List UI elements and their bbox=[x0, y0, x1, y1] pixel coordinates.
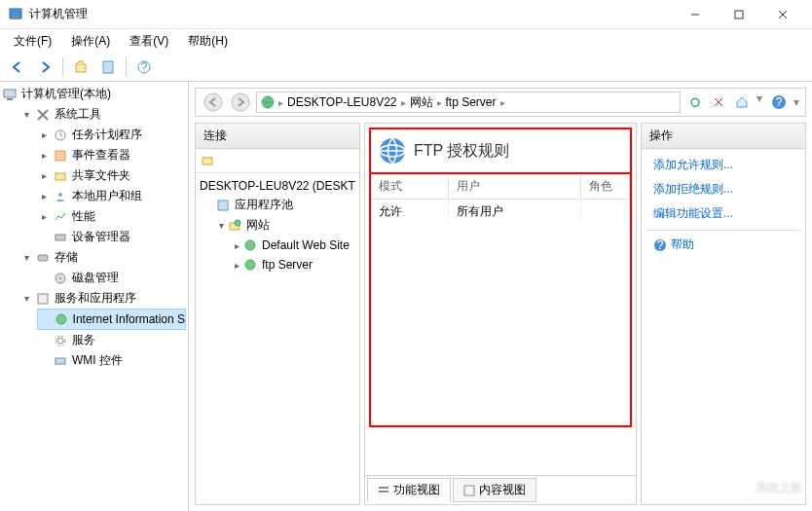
menu-help[interactable]: 帮助(H) bbox=[180, 31, 236, 52]
close-button[interactable] bbox=[760, 1, 804, 28]
dropdown-icon[interactable]: ▾ bbox=[794, 95, 799, 109]
tree-local-users[interactable]: ▸本地用户和组 bbox=[37, 186, 186, 206]
chevron-right-icon[interactable]: ▸ bbox=[37, 210, 51, 224]
menu-view[interactable]: 查看(V) bbox=[122, 31, 176, 52]
tree-performance[interactable]: ▸性能 bbox=[37, 206, 186, 227]
tools-icon bbox=[35, 107, 51, 123]
menu-file[interactable]: 文件(F) bbox=[6, 31, 59, 52]
tab-content-view[interactable]: 内容视图 bbox=[453, 478, 536, 502]
nav-forward-button[interactable] bbox=[229, 91, 252, 114]
toolbar-separator bbox=[62, 57, 63, 77]
properties-button[interactable] bbox=[96, 55, 120, 79]
maximize-button[interactable] bbox=[717, 1, 760, 28]
chevron-right-icon: ▸ bbox=[278, 97, 283, 108]
home-button[interactable] bbox=[731, 91, 753, 113]
svg-rect-10 bbox=[4, 90, 16, 97]
svg-rect-16 bbox=[55, 235, 65, 240]
refresh-button[interactable] bbox=[684, 91, 706, 113]
svg-rect-11 bbox=[7, 98, 13, 100]
blank bbox=[37, 231, 51, 244]
col-role[interactable]: 角色 bbox=[581, 174, 630, 199]
action-help[interactable]: ? 帮助 bbox=[646, 230, 801, 259]
svg-point-36 bbox=[245, 240, 255, 250]
svg-rect-40 bbox=[379, 487, 388, 489]
chevron-right-icon[interactable]: ▸ bbox=[37, 149, 51, 163]
iis-default-site[interactable]: ▸Default Web Site bbox=[231, 236, 355, 255]
col-mode[interactable]: 模式 bbox=[371, 174, 449, 199]
nav-back-button[interactable] bbox=[202, 91, 225, 114]
action-add-allow[interactable]: 添加允许规则... bbox=[646, 153, 801, 177]
forward-button[interactable] bbox=[33, 55, 56, 79]
tree-root[interactable]: 计算机管理(本地) bbox=[2, 84, 186, 104]
dropdown-icon[interactable]: ▾ bbox=[755, 91, 764, 113]
list-icon bbox=[378, 485, 389, 496]
blank bbox=[37, 354, 51, 368]
svg-rect-32 bbox=[203, 158, 212, 164]
svg-rect-7 bbox=[103, 61, 113, 73]
tree-system-tools[interactable]: ▾ 系统工具 bbox=[19, 104, 186, 125]
svg-point-37 bbox=[245, 260, 255, 270]
tree-shared-folders[interactable]: ▸共享文件夹 bbox=[37, 165, 186, 186]
iis-app-pools[interactable]: 应用程序池 bbox=[215, 195, 355, 215]
chevron-right-icon[interactable]: ▸ bbox=[231, 240, 242, 251]
connections-toolbar bbox=[196, 149, 359, 173]
tree-label: DESKTOP-LEU8V22 (DESKT bbox=[200, 179, 355, 193]
cell-role bbox=[581, 200, 630, 224]
tree-task-scheduler[interactable]: ▸任务计划程序 bbox=[37, 125, 186, 145]
col-user[interactable]: 用户 bbox=[449, 174, 581, 199]
action-add-deny[interactable]: 添加拒绝规则... bbox=[646, 177, 801, 201]
blank bbox=[37, 334, 51, 347]
svg-rect-20 bbox=[38, 294, 48, 304]
tree-label: Internet Information S bbox=[73, 312, 185, 326]
chevron-right-icon[interactable]: ▸ bbox=[37, 169, 51, 183]
breadcrumb-seg-3[interactable]: ftp Server bbox=[446, 95, 497, 109]
stop-button[interactable] bbox=[708, 91, 729, 113]
iis-ftp-server[interactable]: ▸ftp Server bbox=[231, 255, 355, 274]
folder-icon[interactable] bbox=[198, 151, 217, 170]
up-button[interactable] bbox=[69, 55, 92, 79]
tree-label: 任务计划程序 bbox=[72, 127, 142, 143]
window-controls bbox=[673, 1, 804, 28]
clock-icon bbox=[53, 128, 68, 143]
iis-root[interactable]: DESKTOP-LEU8V22 (DESKT bbox=[200, 177, 355, 195]
back-button[interactable] bbox=[6, 55, 29, 79]
chevron-down-icon[interactable]: ▾ bbox=[215, 220, 227, 231]
tree-label: 网站 bbox=[246, 217, 270, 234]
table-row[interactable]: 允许 所有用户 bbox=[371, 200, 630, 224]
breadcrumb-seg-1[interactable]: DESKTOP-LEU8V22 bbox=[287, 95, 397, 109]
chevron-right-icon[interactable]: ▸ bbox=[37, 190, 51, 203]
chevron-right-icon[interactable]: ▸ bbox=[37, 128, 51, 142]
svg-point-21 bbox=[56, 314, 66, 324]
action-edit-feature[interactable]: 编辑功能设置... bbox=[646, 201, 801, 226]
svg-rect-3 bbox=[735, 11, 743, 18]
help-toolbar-button[interactable]: ? bbox=[132, 55, 156, 79]
iis-icon bbox=[54, 311, 69, 327]
tree-services[interactable]: 服务 bbox=[37, 330, 186, 350]
iis-sites[interactable]: ▾网站 bbox=[215, 215, 355, 236]
tree-disk-mgmt[interactable]: 磁盘管理 bbox=[37, 268, 186, 288]
menu-action[interactable]: 操作(A) bbox=[63, 31, 118, 52]
breadcrumb-seg-2[interactable]: 网站 bbox=[410, 94, 433, 111]
tree-storage[interactable]: ▾ 存储 bbox=[19, 247, 186, 268]
help-icon: ? bbox=[653, 238, 667, 252]
help-button[interactable]: ? bbox=[768, 91, 790, 113]
svg-text:?: ? bbox=[776, 95, 783, 109]
tree-services-apps[interactable]: ▾ 服务和应用程序 bbox=[19, 288, 186, 309]
globe-icon bbox=[242, 257, 258, 273]
svg-point-19 bbox=[59, 277, 61, 279]
tree-iis[interactable]: Internet Information S bbox=[37, 309, 186, 330]
tree-device-manager[interactable]: 设备管理器 bbox=[37, 227, 186, 247]
window-title: 计算机管理 bbox=[29, 6, 673, 22]
titlebar: 计算机管理 bbox=[0, 0, 812, 29]
chevron-down-icon[interactable]: ▾ bbox=[19, 292, 33, 306]
event-icon bbox=[53, 148, 68, 164]
minimize-button[interactable] bbox=[673, 1, 717, 28]
tab-feature-view[interactable]: 功能视图 bbox=[367, 478, 451, 502]
chevron-down-icon[interactable]: ▾ bbox=[19, 108, 33, 122]
tree-wmi[interactable]: WMI 控件 bbox=[37, 350, 186, 371]
breadcrumb-path[interactable]: ▸ DESKTOP-LEU8V22 ▸ 网站 ▸ ftp Server ▸ bbox=[256, 91, 681, 113]
chevron-right-icon[interactable]: ▸ bbox=[231, 260, 242, 271]
chevron-down-icon[interactable]: ▾ bbox=[19, 251, 33, 265]
tree-event-viewer[interactable]: ▸事件查看器 bbox=[37, 145, 186, 165]
content-icon bbox=[463, 485, 475, 496]
